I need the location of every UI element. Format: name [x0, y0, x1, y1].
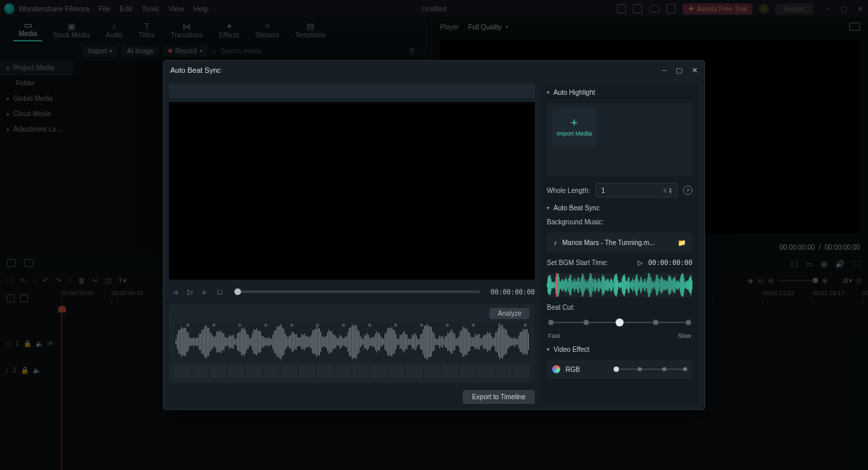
bgm-file-row[interactable]: ♪ Manos Mars - The Tunning.m... 📁: [547, 232, 692, 252]
player-grid-icon[interactable]: ▦: [821, 260, 827, 268]
tab-audio[interactable]: ♪Audio: [100, 20, 128, 41]
account-icon[interactable]: [759, 4, 769, 13]
modal-seek-bar[interactable]: [234, 290, 480, 293]
section-video-effect[interactable]: Video Effect: [547, 346, 692, 353]
ruler-icon-1[interactable]: [7, 294, 15, 302]
menu-help[interactable]: Help: [194, 5, 209, 13]
undo-icon[interactable]: ↶: [43, 276, 49, 285]
crop-icon[interactable]: ◫: [105, 276, 112, 285]
modal-minimize-icon[interactable]: −: [662, 66, 666, 75]
layout-icon[interactable]: [617, 4, 626, 13]
beat-cut-slider[interactable]: [547, 318, 692, 327]
delete-icon[interactable]: 🗑: [78, 276, 85, 285]
redo-icon[interactable]: ↷: [55, 276, 61, 285]
import-media-tile[interactable]: + Import Media: [552, 108, 596, 147]
mixer-icon[interactable]: ⎚: [857, 276, 861, 284]
bgm-waveform[interactable]: [547, 273, 692, 297]
snapshot-icon[interactable]: [849, 23, 860, 31]
bgm-play-icon[interactable]: ▷: [638, 259, 643, 266]
whole-length-input[interactable]: 1 s ▴▾: [596, 183, 678, 198]
modal-stop-icon[interactable]: □: [216, 288, 224, 296]
export-to-timeline-button[interactable]: Export to Timeline: [463, 390, 535, 404]
selection-tool-icon[interactable]: ↖: [20, 276, 26, 285]
menu-edit[interactable]: Edit: [120, 5, 132, 13]
sidebar-project-media[interactable]: ▸Project Media: [0, 60, 73, 75]
audio-track-header[interactable]: ♪1 🔒 🔈: [0, 361, 61, 379]
export-button[interactable]: Export: [775, 3, 813, 15]
search-media-input[interactable]: [220, 47, 300, 55]
import-dropdown[interactable]: Import▾: [83, 45, 118, 57]
help-icon[interactable]: ?: [683, 186, 692, 195]
more-icon[interactable]: ⋯: [419, 47, 426, 55]
window-close-icon[interactable]: ✕: [856, 5, 864, 13]
modal-prev-frame-icon[interactable]: ◃: [172, 288, 180, 296]
tab-effects[interactable]: ✦Effects: [214, 20, 244, 41]
modal-next-frame-icon[interactable]: ▹: [201, 288, 209, 296]
menu-view[interactable]: View: [168, 5, 184, 13]
modal-play-icon[interactable]: ▷: [186, 288, 194, 296]
zoom-in-icon[interactable]: ⊕: [822, 276, 828, 285]
filter-icon[interactable]: ⚲: [409, 47, 415, 55]
analyze-button[interactable]: Analyze: [489, 308, 529, 319]
save-icon[interactable]: [633, 4, 642, 13]
new-folder-icon[interactable]: [24, 259, 33, 267]
grid-icon[interactable]: [666, 4, 676, 13]
menu-file[interactable]: File: [99, 5, 111, 13]
player-fullscreen-icon[interactable]: ⛶: [853, 260, 860, 268]
player-quality-dropdown[interactable]: Full Quality: [468, 23, 508, 31]
tab-stock-media[interactable]: ▣Stock Media: [47, 20, 95, 41]
modal-close-icon[interactable]: ✕: [692, 66, 698, 75]
tab-media[interactable]: ▭Media: [13, 19, 42, 41]
ai-image-button[interactable]: AI Image: [122, 45, 159, 57]
track-view-icon[interactable]: ≣▾: [843, 276, 853, 285]
track-mute-icon[interactable]: 🔈: [35, 340, 43, 347]
player-crop-icon[interactable]: ( ): [791, 260, 798, 268]
text-icon[interactable]: T▾: [118, 276, 127, 285]
browse-folder-icon[interactable]: 📁: [678, 239, 686, 246]
track-lock-icon[interactable]: 🔒: [21, 367, 29, 374]
player-monitor-icon[interactable]: ▭: [806, 260, 813, 268]
tab-titles[interactable]: TTitles: [134, 20, 160, 41]
window-minimize-icon[interactable]: −: [824, 5, 832, 13]
svg-rect-5: [182, 328, 183, 355]
zoom-out-icon[interactable]: ⊖: [768, 276, 774, 285]
window-maximize-icon[interactable]: ▢: [840, 5, 848, 13]
zoom-slider[interactable]: [778, 280, 818, 282]
playhead[interactable]: [61, 307, 63, 470]
track-mute-icon[interactable]: 🔈: [33, 367, 41, 374]
video-effect-row[interactable]: RGB: [547, 360, 692, 379]
marker-icon[interactable]: ◈: [748, 276, 753, 285]
video-track-header[interactable]: ▭1 🔒 🔈 👁: [0, 334, 61, 352]
sidebar-global-media[interactable]: ▸Global Media: [0, 91, 73, 106]
ruler-icon-2[interactable]: [20, 294, 28, 302]
sidebar-folder[interactable]: Folder: [0, 75, 73, 91]
record-dropdown[interactable]: Record▾: [163, 45, 207, 57]
svg-rect-32: [220, 332, 220, 351]
tab-transitions[interactable]: ⋈Transitions: [165, 20, 208, 41]
svg-rect-189: [434, 334, 435, 350]
modal-maximize-icon[interactable]: ▢: [676, 66, 682, 75]
modal-waveform-large[interactable]: [174, 323, 529, 361]
track-visible-icon[interactable]: 👁: [47, 340, 54, 347]
new-bin-icon[interactable]: [7, 259, 16, 267]
bgm-start-timecode[interactable]: 00:00:00:00: [648, 259, 692, 266]
cut-icon[interactable]: ✂: [92, 276, 98, 285]
svg-rect-172: [411, 338, 411, 346]
cloud-icon[interactable]: [649, 5, 660, 13]
stepper-icon[interactable]: ▴▾: [669, 187, 672, 194]
sidebar-cloud-media[interactable]: ▸Cloud Media: [0, 106, 73, 122]
section-auto-highlight[interactable]: Auto Highlight: [547, 89, 692, 96]
beat-cut-knob[interactable]: [616, 318, 624, 326]
track-lock-icon[interactable]: 🔒: [23, 340, 31, 347]
tab-templates[interactable]: ▤Templates: [290, 20, 331, 41]
assets-trial-button[interactable]: Assets Free Trial: [682, 3, 752, 15]
effect-intensity-slider[interactable]: [614, 369, 687, 370]
sidebar-adjustment-layer[interactable]: ▸Adjustment La...: [0, 122, 73, 137]
bgm-waveform-cursor[interactable]: [556, 273, 558, 297]
pointer-tool-icon[interactable]: ⬚: [7, 276, 13, 285]
section-auto-beat-sync[interactable]: Auto Beat Sync: [547, 204, 692, 212]
player-volume-icon[interactable]: 🔊: [835, 260, 845, 268]
menu-tools[interactable]: Tools: [142, 5, 159, 13]
picture-icon[interactable]: ▭: [757, 276, 764, 285]
tab-stickers[interactable]: ✧Stickers: [250, 20, 284, 41]
